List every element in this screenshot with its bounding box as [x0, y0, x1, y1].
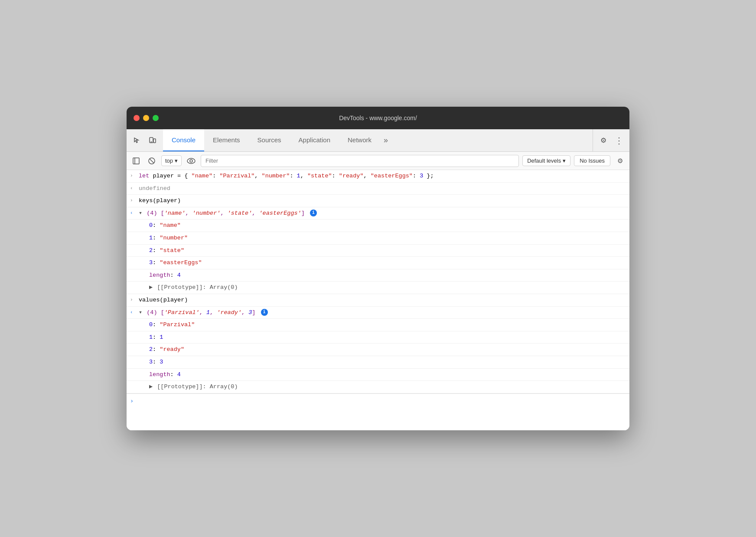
tab-console[interactable]: Console [163, 129, 204, 151]
console-line-6-0: 0: "Parzival" [127, 319, 629, 331]
console-line-6-proto: ▶ [[Prototype]]: Array(0) [127, 381, 629, 393]
settings-button[interactable]: ⚙ [596, 134, 610, 147]
clear-console-button[interactable] [146, 155, 158, 167]
info-badge-6[interactable]: i [261, 309, 268, 316]
window-title: DevTools - www.google.com/ [339, 115, 417, 121]
main-tabs: Console Elements Sources Application Net… [163, 129, 593, 151]
traffic-lights [134, 115, 159, 121]
output-arrow-2: ‹ [130, 184, 139, 193]
inspect-element-button[interactable] [130, 134, 144, 147]
sidebar-icon [132, 157, 140, 165]
minimize-button[interactable] [143, 115, 149, 121]
toolbar-right-icons: ⚙ ⋮ [593, 129, 629, 151]
context-selector[interactable]: top ▾ [161, 155, 182, 166]
console-line-6-3: 3: 3 [127, 356, 629, 369]
console-line-6-length: length: 4 [127, 369, 629, 381]
console-line-4-3: 3: "easterEggs" [127, 257, 629, 269]
console-settings-button[interactable]: ⚙ [614, 155, 626, 167]
console-line-4-0: 0: "name" [127, 219, 629, 232]
maximize-button[interactable] [153, 115, 159, 121]
output-arrow-6: ‹ [130, 308, 139, 317]
clear-icon [148, 157, 156, 165]
svg-rect-3 [133, 158, 139, 164]
svg-line-6 [150, 159, 154, 163]
collapse-toggle-4[interactable]: ▾ [139, 210, 142, 216]
console-toolbar: top ▾ Default levels ▾ No Issues ⚙ [127, 152, 629, 170]
line-content-6: ▾ (4) ['Parzival', 1, 'ready', 3] i [139, 308, 626, 318]
close-button[interactable] [134, 115, 140, 121]
console-output: › let player = { "name": "Parzival", "nu… [127, 170, 629, 430]
device-icon [149, 137, 156, 144]
tab-sources[interactable]: Sources [249, 129, 290, 151]
svg-point-8 [190, 160, 192, 162]
expand-arrow-3[interactable]: › [130, 196, 139, 205]
collapse-toggle-6[interactable]: ▾ [139, 309, 142, 316]
device-toolbar-button[interactable] [146, 134, 160, 147]
filter-input[interactable] [201, 155, 519, 167]
console-line-3: › keys(player) [127, 195, 629, 207]
tab-elements[interactable]: Elements [204, 129, 249, 151]
console-line-4: ‹ ▾ (4) ['name', 'number', 'state', 'eas… [127, 207, 629, 220]
console-prompt: › [130, 396, 134, 406]
log-levels-button[interactable]: Default levels ▾ [522, 155, 570, 166]
issues-button[interactable]: No Issues [574, 155, 610, 166]
console-line-4-proto: ▶ [[Prototype]]: Array(0) [127, 282, 629, 294]
console-line-6-1: 1: 1 [127, 331, 629, 344]
console-line-4-2: 2: "state" [127, 245, 629, 257]
console-cursor [137, 396, 140, 406]
more-tabs-button[interactable]: » [380, 129, 391, 151]
info-badge-4[interactable]: i [310, 210, 317, 216]
titlebar: DevTools - www.google.com/ [127, 107, 629, 129]
console-line-1: › let player = { "name": "Parzival", "nu… [127, 170, 629, 183]
toolbar-left-icons [127, 129, 163, 151]
proto-expand-4[interactable]: ▶ [149, 284, 153, 291]
svg-rect-1 [153, 139, 156, 143]
expand-arrow-5[interactable]: › [130, 295, 139, 304]
console-line-2: ‹ undefined [127, 183, 629, 195]
proto-expand-6[interactable]: ▶ [149, 383, 153, 390]
console-line-4-length: length: 4 [127, 269, 629, 282]
more-options-button[interactable]: ⋮ [612, 134, 626, 147]
console-line-6-2: 2: "ready" [127, 344, 629, 356]
main-toolbar: Console Elements Sources Application Net… [127, 129, 629, 152]
console-line-5: › values(player) [127, 294, 629, 307]
console-line-4-1: 1: "number" [127, 232, 629, 245]
svg-point-7 [187, 158, 195, 164]
line-content-4: ▾ (4) ['name', 'number', 'state', 'easte… [139, 209, 626, 218]
tab-application[interactable]: Application [290, 129, 339, 151]
output-arrow-4: ‹ [130, 209, 139, 217]
line-content-3: keys(player) [139, 196, 626, 206]
tab-network[interactable]: Network [339, 129, 380, 151]
console-input-area: › [127, 393, 629, 409]
cursor-icon [133, 137, 141, 144]
line-content-1: let player = { "name": "Parzival", "numb… [139, 171, 626, 181]
line-content-2: undefined [139, 184, 626, 193]
expand-arrow-1[interactable]: › [130, 171, 139, 180]
console-line-6: ‹ ▾ (4) ['Parzival', 1, 'ready', 3] i [127, 307, 629, 319]
line-content-5: values(player) [139, 295, 626, 305]
devtools-window: DevTools - www.google.com/ Console [127, 107, 629, 430]
live-expressions-button[interactable] [185, 155, 197, 167]
show-sidebar-button[interactable] [130, 155, 142, 167]
eye-icon [187, 158, 196, 164]
